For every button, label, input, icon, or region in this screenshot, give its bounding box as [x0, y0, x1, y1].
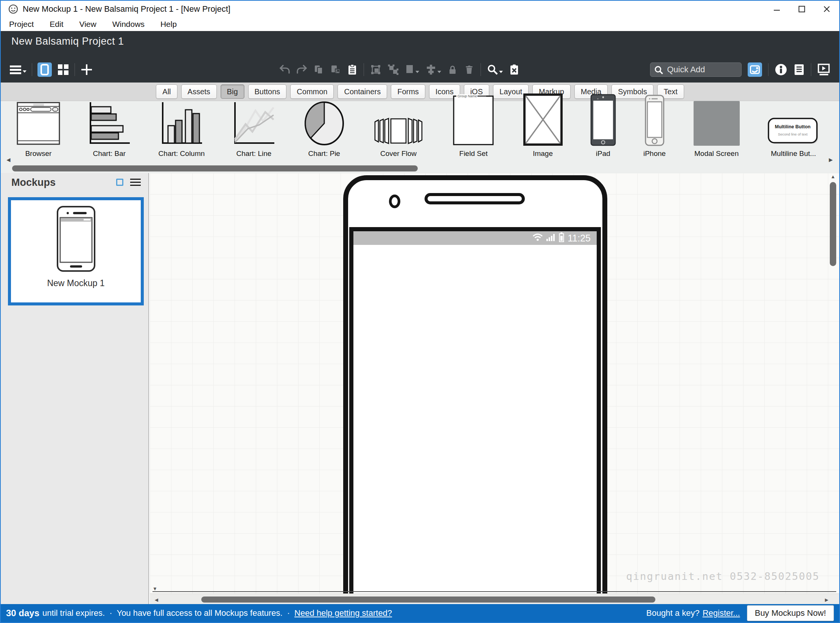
- library-item-iphone[interactable]: iPhone: [643, 100, 666, 158]
- library-item-chart-column[interactable]: Chart: Column: [159, 100, 205, 158]
- library-item-browser[interactable]: Browser: [17, 100, 60, 158]
- watermark-text: qingruanit.net 0532-85025005: [626, 570, 820, 582]
- chevron-down-icon: [23, 70, 26, 73]
- register-link[interactable]: Register...: [703, 608, 740, 618]
- mockup-thumbnail-phone-sketch: [56, 206, 96, 274]
- phone-screen-sketch: 11:25: [349, 227, 601, 593]
- trial-expires-text: until trial expires.: [42, 608, 105, 618]
- cover-flow-sketch-icon: [373, 100, 424, 146]
- mockups-panel: Mockups New Mockup 1: [1, 173, 149, 606]
- separator-dot: ·: [287, 608, 290, 618]
- delete-button[interactable]: [464, 64, 474, 75]
- column-chart-sketch-icon: [160, 100, 203, 146]
- help-getting-started-link[interactable]: Need help getting started?: [294, 608, 392, 618]
- transform-button[interactable]: [370, 64, 381, 75]
- info-icon: [775, 63, 787, 76]
- phone-status-time: 11:25: [568, 233, 591, 244]
- notes-button[interactable]: [793, 64, 805, 76]
- minimize-button[interactable]: [764, 1, 789, 17]
- wifi-icon: [532, 233, 543, 243]
- separator-dot: ·: [109, 608, 112, 618]
- vertical-scrollbar-thumb[interactable]: [830, 182, 836, 266]
- duplicate-icon[interactable]: [330, 64, 341, 75]
- modal-screen-sketch-icon: [693, 100, 740, 146]
- library-item-chart-line[interactable]: Chart: Line: [232, 100, 275, 158]
- svg-text:Multiline Button: Multiline Button: [775, 124, 810, 129]
- vertical-scroll-up-arrow[interactable]: ▲: [831, 174, 835, 179]
- menu-edit[interactable]: Edit: [47, 19, 65, 30]
- toolbar-divider: [32, 63, 32, 76]
- toggle-sidebar-button[interactable]: [37, 62, 52, 77]
- ungroup-button[interactable]: [387, 64, 399, 75]
- bring-forward-button[interactable]: [405, 64, 419, 75]
- tab-assets[interactable]: Assets: [181, 84, 217, 99]
- thumbnail-size-icon[interactable]: [116, 179, 123, 186]
- library-item-label: Multiline But...: [771, 150, 816, 158]
- zoom-button[interactable]: [487, 64, 503, 75]
- align-button[interactable]: [425, 64, 441, 75]
- notes-icon: [793, 64, 805, 76]
- strip-scroll-left-arrow[interactable]: ◄: [5, 156, 12, 164]
- lock-button[interactable]: [447, 64, 458, 75]
- iphone-sketch-icon: [645, 100, 664, 146]
- present-button[interactable]: [817, 63, 830, 76]
- library-item-chart-pie[interactable]: Chart: Pie: [303, 100, 345, 158]
- quick-add-input[interactable]: [650, 62, 742, 77]
- mockup-thumbnail-selected[interactable]: New Mockup 1: [8, 197, 144, 305]
- menu-help[interactable]: Help: [158, 19, 179, 30]
- close-button[interactable]: [814, 1, 839, 17]
- tab-containers[interactable]: Containers: [338, 84, 387, 99]
- horizontal-scrollbar-thumb[interactable]: [201, 597, 655, 603]
- project-menu-button[interactable]: [10, 64, 26, 75]
- tab-big[interactable]: Big: [221, 84, 244, 99]
- copy-icon[interactable]: [314, 64, 324, 75]
- library-item-multiline-button[interactable]: Multiline ButtonSecond line of text Mult…: [767, 100, 820, 158]
- paste-button[interactable]: [347, 64, 358, 75]
- vertical-scroll-down-arrow[interactable]: ▼: [152, 586, 836, 592]
- add-mockup-button[interactable]: [80, 63, 93, 76]
- trial-status-bar: 30 days until trial expires. · You have …: [1, 604, 839, 622]
- tab-all[interactable]: All: [156, 84, 177, 99]
- library-item-ipad[interactable]: iPad: [590, 100, 616, 158]
- mockups-panel-title: Mockups: [11, 177, 56, 188]
- quick-add-box: [650, 62, 742, 77]
- ui-library-toggle-button[interactable]: [748, 62, 762, 77]
- library-item-modal-screen[interactable]: Modal Screen: [693, 100, 740, 158]
- buy-mockups-button[interactable]: Buy Mockups Now!: [747, 605, 834, 621]
- redo-button[interactable]: [296, 64, 308, 75]
- library-item-chart-bar[interactable]: Chart: Bar: [87, 100, 131, 158]
- tab-common[interactable]: Common: [290, 84, 334, 99]
- inspector-button[interactable]: [775, 63, 787, 76]
- menu-windows[interactable]: Windows: [110, 19, 147, 30]
- canvas-viewport[interactable]: 11:25 qingruanit.net 0532-85025005 ▼: [150, 173, 839, 593]
- window-title: New Mockup 1 - New Balsamiq Project 1 - …: [23, 4, 230, 14]
- horizontal-scroll-left-arrow[interactable]: ◄: [154, 597, 159, 603]
- library-item-cover-flow[interactable]: Cover Flow: [373, 100, 424, 158]
- tab-forms[interactable]: Forms: [391, 84, 425, 99]
- browser-sketch-icon: [17, 100, 60, 146]
- undo-button[interactable]: [279, 64, 290, 75]
- library-item-label: Modal Screen: [694, 150, 739, 158]
- menu-view[interactable]: View: [77, 19, 99, 30]
- panel-menu-icon[interactable]: [130, 179, 141, 188]
- library-item-image[interactable]: Image: [523, 100, 563, 158]
- horizontal-scroll-right-arrow[interactable]: ►: [824, 597, 829, 603]
- grid-view-button[interactable]: [57, 64, 69, 76]
- clear-clipboard-button[interactable]: [509, 64, 520, 75]
- menu-project[interactable]: Project: [7, 19, 36, 30]
- svg-text:Group Name: Group Name: [457, 94, 477, 98]
- toolbar-divider: [481, 63, 481, 76]
- tab-buttons[interactable]: Buttons: [248, 84, 287, 99]
- chevron-down-icon: [437, 71, 441, 73]
- library-item-field-set[interactable]: Group Name Field Set: [451, 100, 495, 158]
- maximize-button[interactable]: [789, 1, 814, 17]
- phone-camera-sketch: [389, 195, 400, 208]
- phone-mockup[interactable]: 11:25: [343, 175, 607, 593]
- chevron-down-icon: [415, 71, 419, 73]
- full-access-text: You have full access to all Mockups feat…: [117, 608, 282, 618]
- battery-icon: [559, 232, 564, 244]
- vertical-scrollbar[interactable]: ▲: [828, 173, 838, 593]
- strip-scrollbar-thumb[interactable]: [12, 165, 418, 171]
- project-name: New Balsamiq Project 1: [11, 36, 124, 47]
- strip-scroll-right-arrow[interactable]: ►: [828, 156, 834, 164]
